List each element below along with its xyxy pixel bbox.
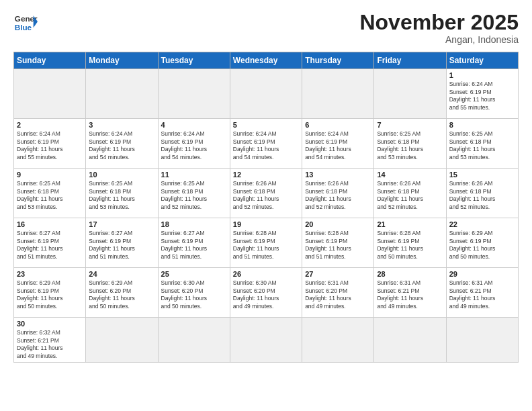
day-info: Sunrise: 6:24 AMSunset: 6:19 PMDaylight:… xyxy=(233,130,299,161)
empty-last-cell xyxy=(446,318,518,363)
header-thursday: Thursday xyxy=(302,52,374,69)
day-number: 13 xyxy=(305,171,371,179)
day-cell: 5 Sunrise: 6:24 AMSunset: 6:19 PMDayligh… xyxy=(230,119,302,169)
calendar-row: 1 Sunrise: 6:24 AMSunset: 6:19 PMDayligh… xyxy=(14,69,519,119)
day-number: 1 xyxy=(449,71,515,79)
day-cell: 10 Sunrise: 6:25 AMSunset: 6:18 PMDaylig… xyxy=(86,169,158,218)
day-cell: 16 Sunrise: 6:27 AMSunset: 6:19 PMDaylig… xyxy=(14,218,86,268)
day-number: 22 xyxy=(449,220,515,228)
day-info: Sunrise: 6:26 AMSunset: 6:18 PMDaylight:… xyxy=(377,180,443,211)
calendar-table: Sunday Monday Tuesday Wednesday Thursday… xyxy=(13,52,519,363)
calendar-row: 30 Sunrise: 6:32 AMSunset: 6:21 PMDaylig… xyxy=(14,318,519,363)
day-cell: 21 Sunrise: 6:28 AMSunset: 6:19 PMDaylig… xyxy=(374,218,446,268)
day-cell: 8 Sunrise: 6:25 AMSunset: 6:18 PMDayligh… xyxy=(446,119,518,169)
day-cell: 25 Sunrise: 6:30 AMSunset: 6:20 PMDaylig… xyxy=(158,268,230,318)
header-sunday: Sunday xyxy=(14,52,86,69)
day-cell: 22 Sunrise: 6:29 AMSunset: 6:19 PMDaylig… xyxy=(446,218,518,268)
day-number: 25 xyxy=(161,270,227,278)
day-cell: 9 Sunrise: 6:25 AMSunset: 6:18 PMDayligh… xyxy=(14,169,86,218)
empty-last-cell xyxy=(86,318,158,363)
day-number: 15 xyxy=(449,171,515,179)
day-cell: 20 Sunrise: 6:28 AMSunset: 6:19 PMDaylig… xyxy=(302,218,374,268)
day-cell: 19 Sunrise: 6:28 AMSunset: 6:19 PMDaylig… xyxy=(230,218,302,268)
day-number: 19 xyxy=(233,220,299,228)
day-number: 23 xyxy=(17,270,83,278)
day-cell: 29 Sunrise: 6:31 AMSunset: 6:21 PMDaylig… xyxy=(446,268,518,318)
day-cell: 17 Sunrise: 6:27 AMSunset: 6:19 PMDaylig… xyxy=(86,218,158,268)
day-info: Sunrise: 6:29 AMSunset: 6:19 PMDaylight:… xyxy=(449,230,515,261)
day-cell: 7 Sunrise: 6:25 AMSunset: 6:18 PMDayligh… xyxy=(374,119,446,169)
day-cell: 14 Sunrise: 6:26 AMSunset: 6:18 PMDaylig… xyxy=(374,169,446,218)
header-saturday: Saturday xyxy=(446,52,518,69)
day-info: Sunrise: 6:28 AMSunset: 6:19 PMDaylight:… xyxy=(377,230,443,261)
empty-cell xyxy=(374,69,446,119)
day-info: Sunrise: 6:25 AMSunset: 6:18 PMDaylight:… xyxy=(17,180,83,211)
day-info: Sunrise: 6:27 AMSunset: 6:19 PMDaylight:… xyxy=(89,230,154,261)
empty-cell xyxy=(86,69,158,119)
day-number: 14 xyxy=(377,171,443,179)
day-number: 18 xyxy=(161,220,227,228)
header-monday: Monday xyxy=(86,52,158,69)
day-cell: 27 Sunrise: 6:31 AMSunset: 6:20 PMDaylig… xyxy=(302,268,374,318)
header-friday: Friday xyxy=(374,52,446,69)
day-info: Sunrise: 6:26 AMSunset: 6:18 PMDaylight:… xyxy=(305,180,371,211)
day-cell: 28 Sunrise: 6:31 AMSunset: 6:21 PMDaylig… xyxy=(374,268,446,318)
day-cell: 30 Sunrise: 6:32 AMSunset: 6:21 PMDaylig… xyxy=(14,318,86,363)
day-cell: 3 Sunrise: 6:24 AMSunset: 6:19 PMDayligh… xyxy=(86,119,158,169)
day-info: Sunrise: 6:31 AMSunset: 6:21 PMDaylight:… xyxy=(449,279,515,310)
day-cell: 11 Sunrise: 6:25 AMSunset: 6:18 PMDaylig… xyxy=(158,169,230,218)
day-info: Sunrise: 6:25 AMSunset: 6:18 PMDaylight:… xyxy=(89,180,154,211)
day-info: Sunrise: 6:29 AMSunset: 6:20 PMDaylight:… xyxy=(89,279,154,310)
day-info: Sunrise: 6:25 AMSunset: 6:18 PMDaylight:… xyxy=(161,180,227,211)
header: General Blue November 2025 Angan, Indone… xyxy=(13,11,519,45)
page: General Blue November 2025 Angan, Indone… xyxy=(0,0,532,369)
calendar-row: 23 Sunrise: 6:29 AMSunset: 6:19 PMDaylig… xyxy=(14,268,519,318)
day-number: 3 xyxy=(89,121,154,129)
empty-last-cell xyxy=(302,318,374,363)
day-cell: 6 Sunrise: 6:24 AMSunset: 6:19 PMDayligh… xyxy=(302,119,374,169)
logo-icon: General Blue xyxy=(13,11,38,35)
day-info: Sunrise: 6:28 AMSunset: 6:19 PMDaylight:… xyxy=(233,230,299,261)
day-cell: 23 Sunrise: 6:29 AMSunset: 6:19 PMDaylig… xyxy=(14,268,86,318)
empty-cell xyxy=(14,69,86,119)
logo: General Blue xyxy=(13,11,38,35)
day-info: Sunrise: 6:25 AMSunset: 6:18 PMDaylight:… xyxy=(449,130,515,161)
day-number: 11 xyxy=(161,171,227,179)
day-cell: 12 Sunrise: 6:26 AMSunset: 6:18 PMDaylig… xyxy=(230,169,302,218)
day-info: Sunrise: 6:26 AMSunset: 6:18 PMDaylight:… xyxy=(233,180,299,211)
calendar-row: 9 Sunrise: 6:25 AMSunset: 6:18 PMDayligh… xyxy=(14,169,519,218)
day-number: 24 xyxy=(89,270,154,278)
subtitle: Angan, Indonesia xyxy=(359,34,519,45)
day-number: 5 xyxy=(233,121,299,129)
day-cell: 24 Sunrise: 6:29 AMSunset: 6:20 PMDaylig… xyxy=(86,268,158,318)
day-number: 17 xyxy=(89,220,154,228)
day-number: 10 xyxy=(89,171,154,179)
day-info: Sunrise: 6:29 AMSunset: 6:19 PMDaylight:… xyxy=(17,279,83,310)
day-number: 8 xyxy=(449,121,515,129)
weekday-header-row: Sunday Monday Tuesday Wednesday Thursday… xyxy=(14,52,519,69)
day-info: Sunrise: 6:32 AMSunset: 6:21 PMDaylight:… xyxy=(17,329,83,360)
day-info: Sunrise: 6:31 AMSunset: 6:20 PMDaylight:… xyxy=(305,279,371,310)
day-cell: 18 Sunrise: 6:27 AMSunset: 6:19 PMDaylig… xyxy=(158,218,230,268)
empty-cell xyxy=(158,69,230,119)
day-info: Sunrise: 6:24 AMSunset: 6:19 PMDaylight:… xyxy=(449,81,515,111)
day-number: 6 xyxy=(305,121,371,129)
day-info: Sunrise: 6:24 AMSunset: 6:19 PMDaylight:… xyxy=(305,130,371,161)
title-section: November 2025 Angan, Indonesia xyxy=(359,11,519,45)
calendar-row: 2 Sunrise: 6:24 AMSunset: 6:19 PMDayligh… xyxy=(14,119,519,169)
day-cell: 4 Sunrise: 6:24 AMSunset: 6:19 PMDayligh… xyxy=(158,119,230,169)
header-tuesday: Tuesday xyxy=(158,52,230,69)
day-info: Sunrise: 6:25 AMSunset: 6:18 PMDaylight:… xyxy=(377,130,443,161)
day-info: Sunrise: 6:28 AMSunset: 6:19 PMDaylight:… xyxy=(305,230,371,261)
empty-last-cell xyxy=(230,318,302,363)
calendar-row: 16 Sunrise: 6:27 AMSunset: 6:19 PMDaylig… xyxy=(14,218,519,268)
day-number: 27 xyxy=(305,270,371,278)
day-number: 2 xyxy=(17,121,83,129)
day-cell: 26 Sunrise: 6:30 AMSunset: 6:20 PMDaylig… xyxy=(230,268,302,318)
svg-text:Blue: Blue xyxy=(15,23,32,32)
day-info: Sunrise: 6:24 AMSunset: 6:19 PMDaylight:… xyxy=(17,130,83,161)
day-info: Sunrise: 6:30 AMSunset: 6:20 PMDaylight:… xyxy=(233,279,299,310)
empty-last-cell xyxy=(158,318,230,363)
day-number: 7 xyxy=(377,121,443,129)
day-number: 26 xyxy=(233,270,299,278)
